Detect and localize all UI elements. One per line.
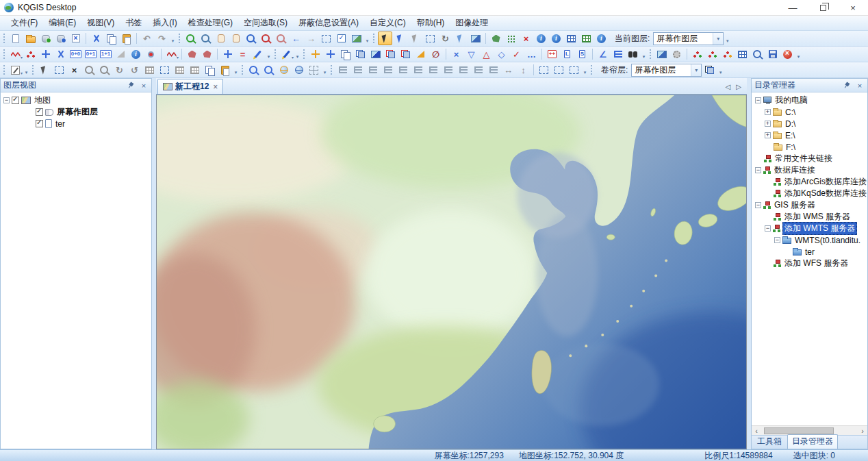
attribute-window-button[interactable]: [564, 32, 578, 45]
undo-button[interactable]: ↶: [140, 32, 154, 45]
catalog-my-computer[interactable]: 我的电脑: [774, 95, 809, 106]
measure-angle-tool-button[interactable]: ∠: [596, 47, 610, 61]
image-mask-button[interactable]: [368, 47, 383, 61]
align-middle-button[interactable]: [396, 63, 410, 77]
layout-cursor-button[interactable]: [37, 63, 51, 77]
parallel-lines-button[interactable]: =: [235, 47, 250, 61]
attribute-table-button[interactable]: [579, 32, 593, 45]
segment-1-1-button[interactable]: 1+1: [99, 47, 113, 61]
layout-zoom-in-button[interactable]: [82, 63, 97, 77]
chevron-down-icon[interactable]: ▾: [292, 55, 294, 60]
length-unit-s-button[interactable]: S: [575, 47, 589, 61]
toolbar-overflow-button[interactable]: ▾: [582, 63, 588, 77]
full-extent-button[interactable]: [349, 32, 363, 45]
tab-catalog-manager[interactable]: 目录管理器: [787, 434, 838, 449]
move-feature-button[interactable]: [38, 47, 53, 61]
toolbar-grip[interactable]: [590, 64, 593, 75]
close-icon[interactable]: ×: [855, 81, 865, 90]
layout-zoom-out-button[interactable]: [97, 63, 112, 77]
layer-map[interactable]: 地图: [33, 95, 52, 106]
select-rotate-button[interactable]: ↻: [438, 32, 452, 45]
menu-image-processing[interactable]: 图像处理: [450, 16, 494, 30]
view-world-button[interactable]: [292, 63, 306, 77]
measure-funnel-button[interactable]: ▽: [464, 47, 478, 61]
menu-view[interactable]: 视图(V): [81, 16, 120, 30]
layout-split-button[interactable]: [142, 63, 157, 77]
tab-project[interactable]: 新工程12 ×: [157, 79, 223, 94]
toolbar-grip[interactable]: [3, 64, 6, 75]
swipe-box-button[interactable]: [537, 63, 551, 77]
measure-length-button[interactable]: ++: [545, 47, 559, 61]
layout-grid-2-button[interactable]: [188, 63, 202, 77]
swipe-tool-button[interactable]: [702, 63, 717, 77]
close-button[interactable]: ×: [838, 0, 868, 15]
chevron-down-icon[interactable]: ▾: [177, 55, 179, 60]
record-feature-button[interactable]: [144, 47, 158, 61]
chevron-down-icon[interactable]: ▾: [21, 71, 23, 75]
cut-polygon-button[interactable]: [200, 47, 214, 61]
same-size-button[interactable]: [456, 63, 470, 77]
menu-customize[interactable]: 自定义(C): [364, 16, 411, 30]
clear-style-button[interactable]: ∅: [429, 47, 443, 61]
menu-check-processing[interactable]: 检查处理(G): [183, 16, 238, 30]
stop-editing-button[interactable]: [780, 47, 795, 61]
length-unit-l-button[interactable]: L: [560, 47, 574, 61]
annotation-pen-button[interactable]: ▾: [8, 63, 23, 77]
open-project-button[interactable]: [23, 32, 38, 45]
catalog-gis-servers[interactable]: GIS 服务器: [773, 199, 817, 211]
toolbar-overflow-button[interactable]: ▾: [23, 63, 29, 77]
swipe-layer-select[interactable]: 屏幕作图层▾: [631, 64, 702, 77]
catalog-add-arcgis-connection[interactable]: 添加ArcGis数据库连接: [783, 176, 867, 188]
toolbar-grip[interactable]: [3, 33, 6, 44]
toolbar-overflow-button[interactable]: ▾: [266, 47, 272, 61]
angle-ruler-button[interactable]: [413, 47, 428, 61]
layout-select-button[interactable]: [52, 63, 66, 77]
layer-map-checkbox[interactable]: [12, 97, 19, 104]
snapping-button[interactable]: [220, 47, 235, 61]
pan-to-button[interactable]: [229, 32, 243, 45]
select-check-button[interactable]: [334, 32, 348, 45]
menu-file[interactable]: 文件(F): [5, 16, 43, 30]
feature-info-button[interactable]: [594, 32, 609, 45]
current-layer-select[interactable]: 屏幕作图层▾: [653, 32, 724, 45]
previous-extent-button[interactable]: ←: [289, 32, 303, 45]
draw-polyline-button[interactable]: ▾: [8, 47, 23, 61]
view-previous-button[interactable]: [277, 63, 291, 77]
transform-3d-button[interactable]: [308, 47, 322, 61]
view-zoom-in-button[interactable]: [246, 63, 261, 77]
scroll-left-icon[interactable]: ‹: [752, 427, 761, 435]
layer-ter-checkbox[interactable]: [36, 120, 43, 127]
menu-bookmarks[interactable]: 书签: [120, 16, 147, 30]
menu-spatial-select[interactable]: 空间选取(S): [238, 16, 293, 30]
tab-close-icon[interactable]: ×: [213, 82, 218, 92]
fixed-zoom-in-button[interactable]: [259, 32, 273, 45]
new-project-button[interactable]: [8, 32, 23, 45]
segment-0-0-button[interactable]: 0+0: [68, 47, 83, 61]
zoom-extent-button[interactable]: [319, 32, 333, 45]
vertex-move-button[interactable]: [705, 47, 719, 61]
layer-screen-drawing-checkbox[interactable]: [36, 108, 43, 116]
copy-button[interactable]: [104, 32, 118, 45]
toolbar-grip[interactable]: [31, 64, 35, 75]
toolbar-overflow-button[interactable]: ▾: [294, 47, 301, 61]
pin-icon[interactable]: [841, 81, 851, 90]
add-database-data-button[interactable]: [38, 32, 53, 45]
tab-scroll-left-icon[interactable]: ◁: [724, 82, 732, 92]
toolbar-overflow-button[interactable]: ▾: [170, 32, 176, 45]
toolbar-grip[interactable]: [372, 33, 376, 44]
catalog-add-wfs-server[interactable]: 添加 WFS 服务器: [783, 258, 850, 269]
align-center-v-button[interactable]: [350, 63, 365, 77]
catalog-add-wms-server[interactable]: 添加 WMS 服务器: [783, 211, 852, 223]
layout-refresh-button[interactable]: ↺: [127, 63, 142, 77]
distribute-h-button[interactable]: [426, 63, 440, 77]
measure-cross-button[interactable]: ×: [449, 47, 463, 61]
tree-expander[interactable]: −: [3, 97, 10, 103]
chevron-down-icon[interactable]: ▾: [691, 64, 701, 76]
catalog-add-kqsde-connection[interactable]: 添加KqSde数据库连接: [783, 188, 867, 199]
align-bottom-button[interactable]: [411, 63, 425, 77]
zoom-to-selection-button[interactable]: [244, 32, 258, 45]
measure-diamond-button[interactable]: ◇: [494, 47, 509, 61]
reshape-polygon-button[interactable]: [185, 47, 199, 61]
chevron-down-icon[interactable]: ▾: [713, 33, 723, 45]
toolbar-overflow-button[interactable]: ▾: [233, 63, 239, 77]
